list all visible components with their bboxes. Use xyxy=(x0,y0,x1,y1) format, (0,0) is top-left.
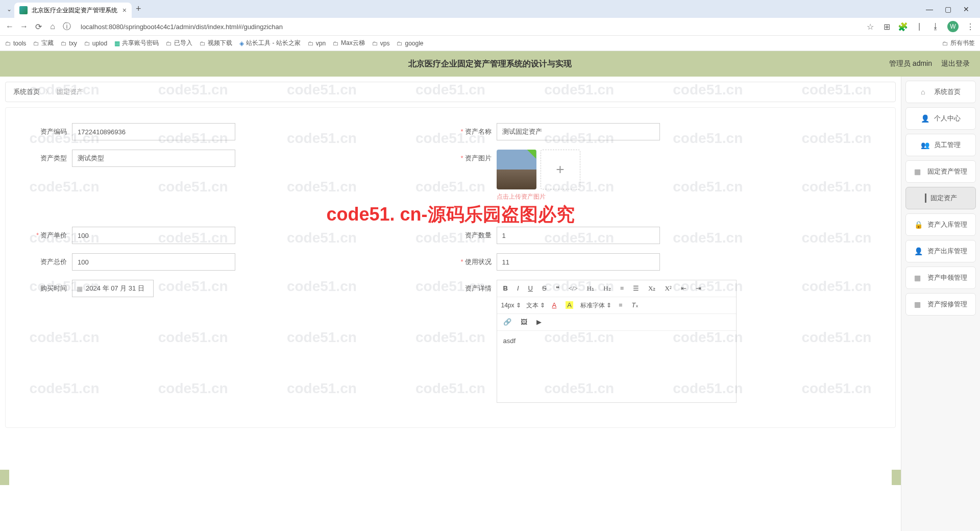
list-ol-icon[interactable]: ≡ xyxy=(618,283,626,294)
indent-out-icon[interactable]: ⇤ xyxy=(679,283,689,294)
indent-in-icon[interactable]: ⇥ xyxy=(694,283,703,294)
extensions-icon[interactable]: ⊞ xyxy=(882,22,891,31)
close-window-icon[interactable]: ✕ xyxy=(963,6,970,13)
upload-button[interactable]: + xyxy=(541,150,580,189)
fonttype-select[interactable]: 文本 ⇕ xyxy=(526,301,545,310)
chevron-down-icon: ⇕ xyxy=(606,302,611,309)
sidebar-item-apply[interactable]: ▦资产申领管理 xyxy=(905,267,976,289)
chevron-down-icon: ⇕ xyxy=(540,302,545,309)
breadcrumb-home[interactable]: 系统首页 xyxy=(13,87,40,96)
detail-label: 资产详情 xyxy=(451,280,497,293)
list-ul-icon[interactable]: ☰ xyxy=(631,283,641,294)
bookmark-item[interactable]: 🗀tools xyxy=(5,40,26,47)
bgcolor-icon[interactable]: A xyxy=(564,300,575,310)
underline-icon[interactable]: U xyxy=(526,283,535,294)
bookmark-item[interactable]: 🗀uplod xyxy=(84,40,107,47)
site-info-icon[interactable]: ⓘ xyxy=(62,22,71,31)
fontcolor-icon[interactable]: A xyxy=(550,300,559,310)
editor-content[interactable]: asdf xyxy=(497,331,736,402)
forward-icon[interactable]: → xyxy=(19,22,29,31)
italic-icon[interactable]: I xyxy=(515,283,521,294)
sidebar-item-inbound[interactable]: 🔒资产入库管理 xyxy=(905,213,976,236)
browser-tab[interactable]: 北京医疗企业固定资产管理系统 × xyxy=(14,3,132,18)
fontfamily-select[interactable]: 标准字体 ⇕ xyxy=(580,301,611,310)
chevron-right-icon: 〉 xyxy=(45,87,52,96)
sidebar-item-home[interactable]: ⌂系统首页 xyxy=(905,81,976,103)
qty-input[interactable] xyxy=(497,227,660,244)
name-label: 资产名称 xyxy=(451,123,497,136)
user-label[interactable]: 管理员 admin xyxy=(889,59,932,68)
page-icon: ◈ xyxy=(239,40,244,47)
bookmark-item[interactable]: 🗀vps xyxy=(372,40,390,47)
total-input[interactable] xyxy=(72,253,235,271)
bookmark-item[interactable]: ▦共享账号密码 xyxy=(114,39,159,47)
sidebar-item-assets-mgmt[interactable]: ▦固定资产管理 xyxy=(905,160,976,183)
home-icon[interactable]: ⌂ xyxy=(48,22,57,31)
image-icon[interactable]: 🖼 xyxy=(519,317,529,327)
home-icon: ⌂ xyxy=(921,88,929,96)
watermark-big: code51. cn-源码乐园盗图必究 xyxy=(326,202,574,227)
sidebar: ⌂系统首页 👤个人中心 👥员工管理 ▦固定资产管理 固定资产 🔒资产入库管理 👤… xyxy=(901,77,980,531)
folder-icon: 🗀 xyxy=(84,40,90,47)
bookmark-item[interactable]: 🗀视频下载 xyxy=(200,39,232,47)
h2-icon[interactable]: H₂ xyxy=(601,283,612,294)
bookmark-item[interactable]: ◈站长工具 - 站长之家 xyxy=(239,39,301,47)
all-bookmarks[interactable]: 🗀所有书签 xyxy=(942,39,975,47)
browser-tab-bar: ⌄ 北京医疗企业固定资产管理系统 × + — ▢ ✕ xyxy=(0,0,980,18)
new-tab-button[interactable]: + xyxy=(136,4,141,14)
bookmark-item[interactable]: 🗀google xyxy=(397,40,423,47)
sidebar-item-profile[interactable]: 👤个人中心 xyxy=(905,107,976,130)
logout-link[interactable]: 退出登录 xyxy=(941,59,970,68)
folder-icon: 🗀 xyxy=(333,40,339,47)
maximize-icon[interactable]: ▢ xyxy=(944,6,951,13)
status-input[interactable] xyxy=(497,253,660,271)
form-card: 资产编码 资产名称 资产类型 资产图片 xyxy=(5,107,896,428)
video-icon[interactable]: ▶ xyxy=(534,317,544,327)
grid-icon: ▦ xyxy=(914,274,922,282)
puzzle-icon[interactable]: 🧩 xyxy=(898,22,908,31)
back-icon[interactable]: ← xyxy=(5,22,14,31)
bold-icon[interactable]: B xyxy=(501,283,510,294)
bookmark-item[interactable]: 🗀txy xyxy=(61,40,77,47)
h1-icon[interactable]: H₁ xyxy=(585,283,596,294)
fontsize-select[interactable]: 14px ⇕ xyxy=(501,302,521,309)
avatar[interactable]: W xyxy=(947,21,959,32)
decoration xyxy=(892,470,901,485)
strike-icon[interactable]: S xyxy=(540,283,549,294)
align-icon[interactable]: ≡ xyxy=(617,300,624,310)
rich-editor: B I U S ❝ </> H₁ H₂ ≡ ☰ X₂ X² ⇤ xyxy=(497,280,737,403)
bookmark-item[interactable]: 🗀Max云梯 xyxy=(333,39,365,47)
folder-icon: 🗀 xyxy=(308,40,314,47)
clear-icon[interactable]: Tₓ xyxy=(629,300,641,310)
share-icon[interactable]: ☆ xyxy=(866,22,875,31)
url-input[interactable]: localhost:8080/springboot4c4c1/admin/dis… xyxy=(77,21,861,33)
close-icon[interactable]: × xyxy=(122,6,127,14)
price-input[interactable] xyxy=(72,227,235,244)
sidebar-item-assets[interactable]: 固定资产 xyxy=(905,187,976,209)
bookmark-item[interactable]: 🗀已导入 xyxy=(166,39,192,47)
sidebar-item-outbound[interactable]: 👤资产出库管理 xyxy=(905,240,976,262)
download-icon[interactable]: ⭳ xyxy=(931,22,940,31)
user-icon: 👤 xyxy=(921,114,929,123)
tab-dropdown-icon[interactable]: ⌄ xyxy=(4,6,14,13)
reload-icon[interactable]: ⟳ xyxy=(34,22,43,31)
minimize-icon[interactable]: — xyxy=(926,6,933,13)
sidebar-item-repair[interactable]: ▦资产报修管理 xyxy=(905,293,976,316)
menu-icon[interactable]: ⋮ xyxy=(966,22,975,31)
link-icon[interactable]: 🔗 xyxy=(501,317,513,327)
image-preview[interactable] xyxy=(497,150,536,189)
sub-icon[interactable]: X₂ xyxy=(646,283,657,294)
name-input[interactable] xyxy=(497,123,660,140)
quote-icon[interactable]: ❝ xyxy=(554,283,561,294)
chevron-down-icon: ⇕ xyxy=(516,302,521,309)
image-label: 资产图片 xyxy=(451,150,497,163)
sidebar-item-staff[interactable]: 👥员工管理 xyxy=(905,134,976,156)
bookmark-item[interactable]: 🗀宝藏 xyxy=(33,39,54,47)
code-icon[interactable]: </> xyxy=(567,283,580,294)
bookmark-item[interactable]: 🗀vpn xyxy=(308,40,326,47)
sup-icon[interactable]: X² xyxy=(663,283,673,294)
type-input[interactable] xyxy=(72,150,235,167)
decoration xyxy=(0,470,9,485)
buytime-input[interactable]: ▦ 2024 年 07 月 31 日 xyxy=(72,280,154,297)
code-input[interactable] xyxy=(72,123,235,140)
